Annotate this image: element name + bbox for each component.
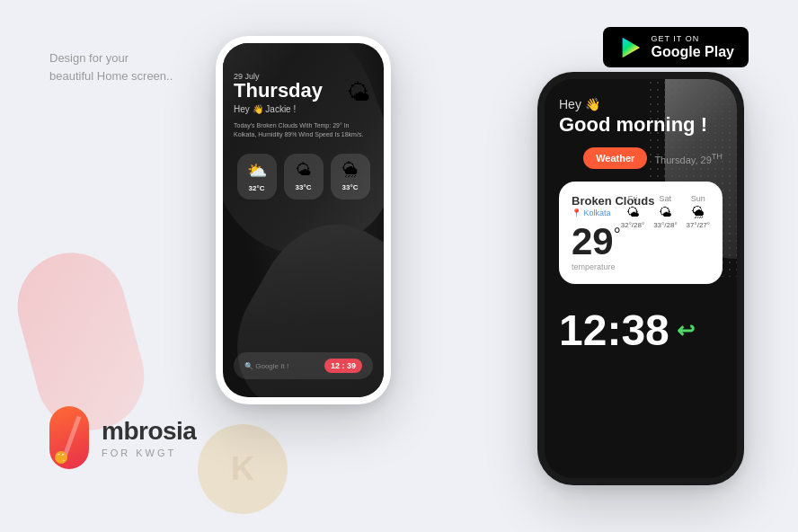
phone1-weather-cards: ⛅ 32°C 🌤 33°C 🌦 33°C [234,154,373,200]
wcard-icon-1: 🌤 [296,161,312,180]
brand-area: K mbrosia FOR KWGT [49,406,196,469]
phone-1-content: 29 July Thursday Hey 👋 Jackie ! Today's … [223,43,384,397]
phone2-time-value: 12:38 [559,306,669,355]
phone-2-screen: Hey 👋 Good morning ! Weather Thursday, 2… [545,79,737,478]
wcard-icon-0: ⛅ [247,161,267,181]
phone-2-shell: Hey 👋 Good morning ! Weather Thursday, 2… [537,72,744,485]
brand-name: mbrosia [102,417,196,446]
phone2-main-greeting: Good morning ! [559,113,723,137]
phone2-temp-label: temperature [572,262,654,271]
gp-store-name: Google Play [652,43,734,60]
weather-card-2: 🌦 33°C [331,154,370,200]
decorative-letter-k: K [231,450,254,488]
svg-marker-0 [622,37,640,57]
phone2-temp-value: 29 [572,220,614,262]
fcast-item-0: Fri 🌤 32°/28° [621,194,644,229]
wcard-temp-1: 33°C [296,183,312,191]
google-play-icon [617,35,643,60]
phone2-greeting-small: Hey 👋 [559,97,723,111]
phone1-weather-desc: Today's Broken Clouds With Temp: 29° In … [234,121,373,139]
phone1-search-bar[interactable]: 🔍 Google It ! 12 : 39 [234,352,373,379]
decorative-blob-beige: K [198,424,288,514]
brand-text: mbrosia FOR KWGT [102,417,196,458]
phone2-date: Thursday, 29TH [654,152,723,165]
phone2-location-text: 📍 Kolkata [572,208,611,217]
tagline-line2: beautiful Home screen.. [49,67,173,85]
fcast-item-2: Sun 🌦 37°/27° [687,194,710,229]
phone2-weather-card: Broken Clouds 📍 Kolkata 29° temperature [559,182,723,284]
phone2-temp-unit: ° [614,225,621,244]
tagline: Design for your beautiful Home screen.. [49,49,173,84]
wcard-temp-2: 33°C [342,183,359,191]
brand-icon: K [49,406,89,469]
phone1-weather-icon: 🌤 [347,79,370,107]
google-play-text: GeT IT ON Google Play [652,34,734,60]
fcast-item-1: Sat 🌤 33°/28° [653,194,677,229]
phone2-greeting-emoji: Hey 👋 [559,97,600,111]
brand-subtitle: FOR KWGT [102,448,196,458]
phone2-weather-pill: Weather [583,147,647,169]
gp-get-it-text: GeT IT ON [652,34,734,43]
wcard-temp-0: 32°C [249,184,265,192]
phone-mockup-1: 29 July Thursday Hey 👋 Jackie ! Today's … [216,36,391,404]
phone2-date-row: Weather Thursday, 29TH [559,147,723,169]
google-play-badge[interactable]: GeT IT ON Google Play [603,27,749,67]
phone2-date-text: Thursday, 29 [654,155,711,165]
phone1-search-label: 🔍 Google It ! [244,362,288,370]
weather-card-0: ⛅ 32°C [237,154,277,200]
phone-1-shell: 29 July Thursday Hey 👋 Jackie ! Today's … [216,36,391,404]
phone-1-screen: 29 July Thursday Hey 👋 Jackie ! Today's … [223,43,384,397]
phone2-date-sup: TH [712,152,723,161]
tagline-line1: Design for your [49,49,173,67]
phone1-time: 12 : 39 [324,359,362,373]
weather-card-1: 🌤 33°C [284,154,324,200]
phone-2-content: Hey 👋 Good morning ! Weather Thursday, 2… [545,79,737,478]
phone2-arrow-icon: ↩ [677,318,695,343]
phone2-time: 12:38 ↩ [559,306,723,355]
phone2-forecast: Fri 🌤 32°/28° Sat 🌤 33°/28° Sun [621,194,710,229]
phone-mockup-2: Hey 👋 Good morning ! Weather Thursday, 2… [537,72,744,485]
wcard-icon-2: 🌦 [342,161,359,180]
brand-icon-letter: K [55,451,67,464]
